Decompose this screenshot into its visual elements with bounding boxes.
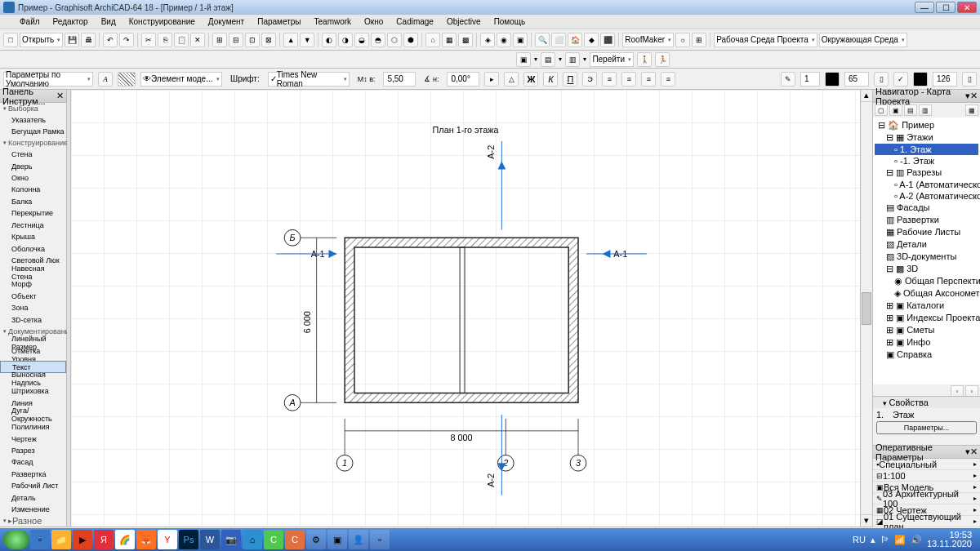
height2-input[interactable]: 126 [933, 72, 957, 87]
scroll-up-icon[interactable]: ▴ [861, 90, 872, 102]
tb-icon[interactable]: ☼ [675, 33, 690, 47]
tb-icon[interactable]: ▣ [516, 52, 531, 67]
tree-icon[interactable]: ▫ [965, 385, 978, 397]
menu-objective[interactable]: Objective [443, 16, 484, 28]
tool-roof[interactable]: Крыша [0, 231, 66, 242]
taskbar-app-icon[interactable]: ⌂ [243, 530, 262, 549]
tool-marquee[interactable]: Бегущая Рамка [0, 126, 66, 137]
pen-icon[interactable]: ✎ [781, 72, 795, 87]
roofmaker-dropdown[interactable]: RoofMaker [622, 33, 674, 47]
taskbar-app-icon[interactable]: Я [94, 530, 114, 549]
tool-polyline[interactable]: Полилиния [0, 421, 66, 433]
menu-edit[interactable]: Редактор [50, 16, 91, 28]
tool-drawing[interactable]: Чертеж [0, 433, 66, 444]
surrounding-dropdown[interactable]: Окружающая Среда [819, 33, 907, 47]
quick-row[interactable]: ✎ 03 Архитектурный 100▸ [873, 493, 980, 504]
align-justify-button[interactable]: ≡ [661, 72, 675, 87]
tool-door[interactable]: Дверь [0, 160, 66, 171]
tool-level-dim[interactable]: Отметка Уровня [0, 349, 66, 361]
tool-shell[interactable]: Оболочка [0, 242, 66, 254]
menu-design[interactable]: Конструирование [126, 16, 198, 28]
tb-icon[interactable]: ◑ [338, 33, 353, 47]
taskbar-app-icon[interactable]: 🦊 [136, 530, 156, 549]
taskbar-app-icon[interactable]: ▶ [73, 530, 92, 549]
defaults-dropdown[interactable]: Параметры по Умолчанию [3, 72, 93, 87]
tb-icon[interactable]: 🏠 [568, 33, 582, 47]
save-button[interactable]: 💾 [65, 33, 79, 47]
tray-network-icon[interactable]: 📶 [894, 535, 906, 545]
tb-icon[interactable]: ▼ [300, 33, 314, 47]
tree-floors[interactable]: ⊟ ▦ Этажи [875, 131, 978, 144]
taskbar-app-icon[interactable]: C [264, 530, 283, 549]
tb-icon[interactable]: ◆ [584, 33, 599, 47]
taskbar-app-icon[interactable]: 🌈 [115, 530, 135, 549]
align-center-button[interactable]: ≡ [621, 72, 636, 87]
tree-help[interactable]: ▣ Справка [875, 349, 978, 361]
tb-icon[interactable]: ▤ [541, 52, 555, 67]
tree-estimates[interactable]: ⊞ ▣ Сметы [875, 324, 978, 336]
tree-worksheets[interactable]: ▦ Рабочие Листы [875, 226, 978, 238]
tb-icon[interactable]: ⬡ [387, 33, 402, 47]
tb-icon[interactable]: ▥ [565, 52, 580, 67]
taskbar-app-icon[interactable]: 👤 [349, 530, 368, 549]
element-dropdown[interactable]: 👁 Элемент моде... [140, 72, 222, 87]
tool-fill[interactable]: Штриховка [0, 385, 66, 397]
tool-column[interactable]: Колонна [0, 184, 66, 195]
tool-change[interactable]: Изменение [0, 504, 66, 515]
taskbar-app-icon[interactable]: Ps [179, 530, 198, 549]
tool-morph[interactable]: Морф [0, 278, 66, 290]
tb-icon[interactable]: ⊞ [692, 33, 706, 47]
tree-sections[interactable]: ⊟ ▥ Разрезы [875, 167, 978, 179]
tool-detail[interactable]: Деталь [0, 491, 66, 503]
align-right-button[interactable]: ≡ [641, 72, 656, 87]
run-icon[interactable]: 🏃 [655, 52, 670, 67]
tray-volume-icon[interactable]: 🔊 [911, 535, 922, 545]
tool-group-construct[interactable]: Конструирование [0, 137, 66, 148]
text-tool-icon[interactable]: A [98, 72, 113, 87]
menu-file[interactable]: Файл [16, 16, 43, 28]
menu-teamwork[interactable]: Teamwork [311, 16, 355, 28]
tool-window[interactable]: Окно [0, 172, 66, 184]
tree-info[interactable]: ⊞ ▣ Инфо [875, 336, 978, 349]
copy-button[interactable]: ⎘ [158, 33, 172, 47]
menu-document[interactable]: Документ [205, 16, 247, 28]
tb-icon[interactable]: ⊞ [212, 33, 227, 47]
tb-icon[interactable]: ⊠ [261, 33, 276, 47]
tool-pointer[interactable]: Указатель [0, 113, 66, 125]
tree-floor-1[interactable]: ▫ 1. Этаж [875, 144, 978, 155]
scroll-thumb[interactable] [862, 292, 871, 325]
tool-mesh[interactable]: 3D-сетка [0, 314, 66, 326]
tool-wall[interactable]: Стена [0, 149, 66, 160]
tool-group-other[interactable]: ▸ Разное [0, 515, 66, 526]
bold-button[interactable]: Ж [523, 72, 538, 87]
check-button[interactable]: ✓ [893, 72, 908, 87]
tree-details[interactable]: ▧ Детали [875, 238, 978, 251]
cut-button[interactable]: ✂ [141, 33, 156, 47]
tree-section-a1[interactable]: ▫ A-1 (Автоматическое обнов [875, 179, 978, 190]
tb-icon[interactable]: ◒ [354, 33, 369, 47]
underline-button[interactable]: П [563, 72, 577, 87]
menu-options[interactable]: Параметры [254, 16, 304, 28]
tb-icon[interactable]: ▣ [513, 33, 528, 47]
tree-root[interactable]: ⊟ 🏠 Пример [875, 119, 978, 131]
color-swatch[interactable] [825, 72, 840, 87]
taskbar-app-icon[interactable]: ▫ [370, 530, 390, 549]
taskbar-app-icon[interactable]: ▫ [30, 530, 50, 549]
minimize-button[interactable]: — [915, 2, 934, 13]
quick-row[interactable]: ◪ 01 Существующий план▸ [873, 516, 980, 527]
tb-icon[interactable]: ▩ [458, 33, 473, 47]
tool-slab[interactable]: Перекрытие [0, 207, 66, 219]
tool-elevation[interactable]: Фасад [0, 456, 66, 468]
tree-perspective[interactable]: ◉ Общая Перспектива [875, 275, 978, 287]
tb-icon[interactable]: △ [504, 72, 519, 87]
start-button[interactable] [3, 530, 29, 549]
nav-tab-layout[interactable]: ▤ [904, 104, 917, 116]
tree-floor-neg1[interactable]: ▫ -1. Этаж [875, 155, 978, 167]
redo-button[interactable]: ↷ [119, 33, 134, 47]
taskbar-app-icon[interactable]: ⚙ [306, 530, 326, 549]
color-swatch[interactable] [913, 72, 928, 87]
properties-header[interactable]: ▾ Свойства [873, 397, 980, 408]
tb-icon[interactable]: ⬜ [551, 33, 566, 47]
taskbar-app-icon[interactable]: W [200, 530, 220, 549]
menu-cadimage[interactable]: Cadimage [393, 16, 437, 28]
